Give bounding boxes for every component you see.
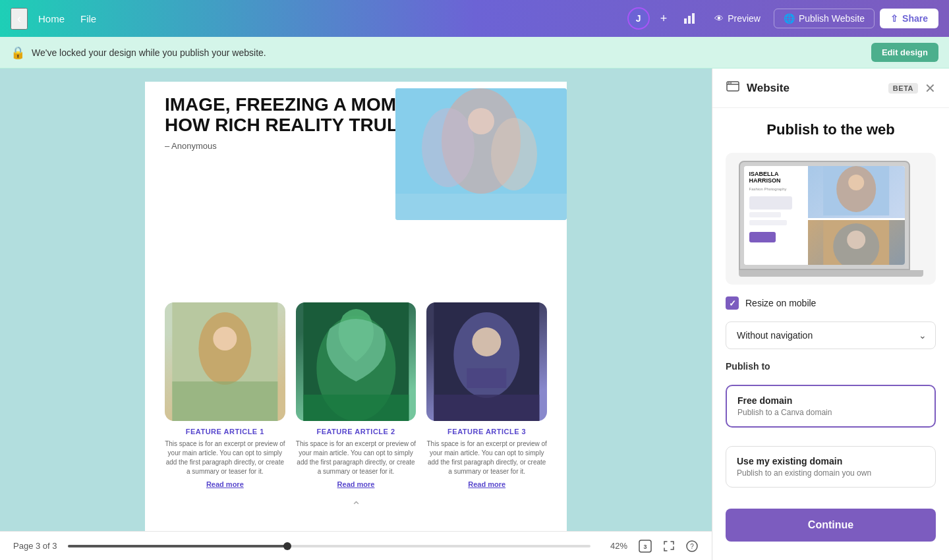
article-card-2: FEATURE ARTICLE 2 This space is for an e… xyxy=(296,302,417,488)
canvas-area: IMAGE, FREEZING A MOMENT, REVEALS HOW RI… xyxy=(0,69,712,560)
article-card-1: FEATURE ARTICLE 1 This space is for an e… xyxy=(165,302,285,488)
preview-laptop: ISABELLAHARRISON Fashion Photography xyxy=(726,153,936,285)
article-title-2: FEATURE ARTICLE 2 xyxy=(296,428,417,435)
globe-icon: 🌐 xyxy=(784,13,795,24)
svg-rect-0 xyxy=(684,18,687,24)
progress-bar xyxy=(68,545,591,547)
panel-header: Website BETA ✕ xyxy=(712,69,949,108)
eye-icon: 👁 xyxy=(714,13,724,24)
user-avatar[interactable]: J xyxy=(627,7,650,30)
resize-mobile-row: ✓ Resize on mobile xyxy=(726,296,936,310)
navigation-dropdown[interactable]: Without navigation With navigation xyxy=(726,322,936,349)
help-button[interactable]: ? xyxy=(685,540,699,553)
article-image-1 xyxy=(165,302,285,421)
svg-rect-1 xyxy=(688,16,691,24)
svg-rect-11 xyxy=(172,381,277,421)
svg-point-12 xyxy=(213,327,237,350)
page-info: Page 3 of 3 xyxy=(13,541,57,551)
article-card-3: FEATURE ARTICLE 3 This space is for an e… xyxy=(426,302,547,488)
close-panel-button[interactable]: ✕ xyxy=(925,80,936,96)
article-title-3: FEATURE ARTICLE 3 xyxy=(426,428,547,435)
side-panel: Website BETA ✕ Publish to the web ISABEL… xyxy=(712,69,949,560)
panel-title: Website xyxy=(747,82,882,95)
publish-to-section: Publish to xyxy=(726,361,936,373)
svg-text:3: 3 xyxy=(643,544,647,550)
back-button[interactable]: ‹ xyxy=(11,8,28,30)
navigation-dropdown-row: Without navigation With navigation ⌄ xyxy=(726,322,936,349)
canvas-bottom-bar: Page 3 of 3 42% 3 ? xyxy=(0,531,712,560)
article-text-2: This space is for an excerpt or preview … xyxy=(296,439,417,476)
existing-domain-desc: Publish to an existing domain you own xyxy=(737,468,925,478)
main-layout: IMAGE, FREEZING A MOMENT, REVEALS HOW RI… xyxy=(0,69,949,560)
article-text-3: This space is for an excerpt or preview … xyxy=(426,439,547,476)
read-more-3[interactable]: Read more xyxy=(426,480,547,488)
lock-icon: 🔒 xyxy=(11,45,25,60)
notification-text: We've locked your design while you publi… xyxy=(32,47,865,58)
hero-image xyxy=(395,88,567,220)
laptop-subtitle: Fashion Photography xyxy=(749,187,803,191)
svg-point-27 xyxy=(730,82,732,84)
zoom-level: 42% xyxy=(601,541,627,551)
svg-rect-15 xyxy=(303,395,409,421)
panel-body: Publish to the web ISABELLAHARRISON Fash… xyxy=(712,108,949,555)
existing-domain-card[interactable]: Use my existing domain Publish to an exi… xyxy=(726,446,936,488)
page-number-button[interactable]: 3 xyxy=(638,539,652,553)
laptop-base xyxy=(739,270,923,277)
free-domain-card[interactable]: Free domain Publish to a Canva domain xyxy=(726,385,936,428)
file-nav[interactable]: File xyxy=(75,11,101,27)
laptop-outer: ISABELLAHARRISON Fashion Photography xyxy=(739,161,910,270)
laptop-screen: ISABELLAHARRISON Fashion Photography xyxy=(744,166,905,265)
svg-point-18 xyxy=(473,327,502,356)
svg-rect-19 xyxy=(467,368,507,388)
fullscreen-button[interactable] xyxy=(663,540,675,552)
svg-rect-2 xyxy=(692,13,695,24)
articles-section: FEATURE ARTICLE 1 This space is for an e… xyxy=(165,302,547,488)
publish-to-label: Publish to xyxy=(726,361,936,372)
article-title-1: FEATURE ARTICLE 1 xyxy=(165,428,285,435)
svg-point-33 xyxy=(847,231,865,249)
add-element-button[interactable]: + xyxy=(655,9,673,28)
free-domain-title: Free domain xyxy=(737,395,924,406)
progress-thumb xyxy=(283,542,291,550)
svg-point-26 xyxy=(728,82,730,84)
beta-badge: BETA xyxy=(888,83,918,94)
article-image-3 xyxy=(426,302,547,421)
laptop-image-top xyxy=(808,166,904,218)
article-text-1: This space is for an excerpt or preview … xyxy=(165,439,285,476)
laptop-images xyxy=(808,166,904,265)
progress-fill xyxy=(68,545,287,547)
website-icon xyxy=(726,79,740,97)
home-nav[interactable]: Home xyxy=(33,11,70,27)
laptop-name: ISABELLAHARRISON xyxy=(749,171,803,184)
continue-button[interactable]: Continue xyxy=(726,509,936,542)
svg-point-5 xyxy=(422,108,474,187)
svg-text:?: ? xyxy=(690,543,694,550)
publish-title: Publish to the web xyxy=(726,121,936,138)
notification-bar: 🔒 We've locked your design while you pub… xyxy=(0,37,949,69)
article-image-2 xyxy=(296,302,417,421)
publish-website-button[interactable]: 🌐 Publish Website xyxy=(774,9,875,28)
resize-mobile-checkbox[interactable]: ✓ xyxy=(726,296,739,310)
share-icon: ⇧ xyxy=(890,13,898,24)
read-more-1[interactable]: Read more xyxy=(165,480,285,488)
stats-button[interactable] xyxy=(677,9,701,28)
svg-point-7 xyxy=(468,108,494,134)
existing-domain-title: Use my existing domain xyxy=(737,456,925,466)
preview-button[interactable]: 👁 Preview xyxy=(706,9,768,28)
laptop-image-bottom xyxy=(808,220,904,265)
share-button[interactable]: ⇧ Share xyxy=(880,9,938,28)
svg-rect-20 xyxy=(434,395,540,421)
svg-point-30 xyxy=(848,175,864,190)
free-domain-desc: Publish to a Canva domain xyxy=(737,408,924,417)
canvas-content: IMAGE, FREEZING A MOMENT, REVEALS HOW RI… xyxy=(145,82,567,543)
navbar: ‹ Home File J + 👁 Preview 🌐 Publish Webs… xyxy=(0,0,949,37)
resize-mobile-label: Resize on mobile xyxy=(745,298,816,308)
edit-design-button[interactable]: Edit design xyxy=(871,43,938,62)
svg-point-6 xyxy=(491,118,537,190)
read-more-2[interactable]: Read more xyxy=(296,480,417,488)
svg-rect-8 xyxy=(395,194,567,220)
